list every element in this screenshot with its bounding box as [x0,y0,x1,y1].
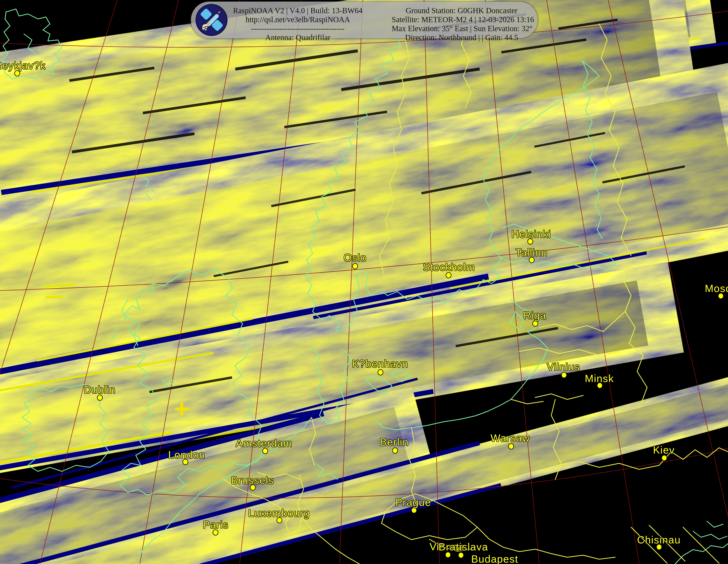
city-dot [352,263,358,269]
city-dot [378,369,383,375]
city-label: Berlin [380,436,409,448]
city-label: Minsk [585,372,614,384]
elevation-line: Max Elevation: 35° East | Sun Elevation:… [392,24,531,33]
ground-station-line: Ground Station: G0GHK Doncaster [392,6,531,15]
city-label: Bratislava [439,541,488,553]
station-info-panel: RaspiNOAA V2 | V4.0 | Build: 13-BW64 htt… [191,2,538,38]
city-label: Stockholm [423,261,475,273]
city-label: Budapest [471,553,518,564]
city-label: Luxembourg [248,507,310,519]
city-label: Moscow [705,282,728,294]
satellite-map-viewport: Reykjav?kOsloStockholmHelsinkiTallinnRig… [0,0,728,564]
app-url-line: http://qsl.net/ve3elb/RaspiNOAA [230,15,366,24]
city-label: Oslo [344,252,367,264]
city-label: Vilnius [547,361,580,373]
city-dot [508,443,514,450]
city-label: Helsinki [511,228,551,240]
city-dot [532,321,538,327]
antenna-line: Antenna: Quadrifilar [230,33,366,42]
satellite-pass-line: Satellite: METEOR-M2 4 | 12-03-2026 13:1… [392,15,531,24]
app-version-line: RaspiNOAA V2 | V4.0 | Build: 13-BW64 [230,6,366,15]
city-label: Dublin [84,384,115,396]
city-label: Reykjav?k [0,60,46,71]
city-label: Warsaw [491,432,530,444]
city-label: Chisinau [637,534,681,546]
city-label: Tallinn [515,246,547,258]
city-dot [446,272,452,278]
city-label: London [168,449,205,461]
city-label: Prague [395,496,431,508]
city-label: Riga [523,309,546,321]
direction-gain-line: Direction: Northbound | | Gain: 44.5 [392,33,531,42]
city-label: Paris [203,519,228,531]
city-label: Kiev [653,444,675,456]
city-dot [458,552,464,558]
city-dot [392,448,398,454]
station-info-right-column: Ground Station: G0GHK Doncaster Satellit… [392,6,531,42]
station-info-left-column: RaspiNOAA V2 | V4.0 | Build: 13-BW64 htt… [230,6,366,42]
city-label: Brussels [231,474,274,486]
raspinoaa-logo-icon [195,4,228,36]
city-label: K?benhavn [352,358,408,370]
city-dot [561,372,567,378]
satellite-map [0,0,728,564]
ground-station-marker [175,402,189,416]
separator-line: ------------------------------------ [230,24,366,33]
city-label: Amsterdam [236,437,292,449]
